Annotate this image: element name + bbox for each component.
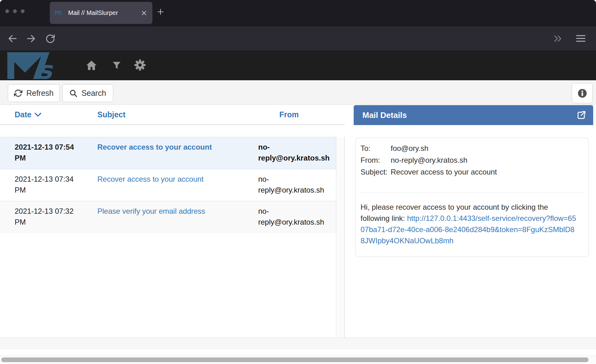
new-tab-icon[interactable] xyxy=(156,7,165,16)
search-button-label: Search xyxy=(81,89,106,98)
mailslurper-header xyxy=(0,50,596,80)
mail-list-row[interactable]: 2021-12-13 07:32 PM Please verify your e… xyxy=(0,201,336,233)
panel-divider xyxy=(344,137,345,338)
mail-row-from: no-reply@ory.kratos.sh xyxy=(258,137,336,169)
search-icon xyxy=(69,89,77,97)
window-close-dot[interactable] xyxy=(5,9,9,13)
mail-details-title: Mail Details xyxy=(362,110,576,120)
mail-row-subject: Recover access to your account xyxy=(97,169,258,201)
menu-hamburger-icon[interactable] xyxy=(576,35,585,42)
filter-icon[interactable] xyxy=(112,61,121,70)
back-arrow-icon[interactable] xyxy=(7,33,17,44)
mail-list-scrollbar-gutter[interactable] xyxy=(336,137,344,338)
browser-nav-bar: 127.0.0.1:4436/# 90% xyxy=(0,26,596,50)
refresh-button-label: Refresh xyxy=(26,89,54,98)
mail-list-rows: 2021-12-13 07:54 PM Recover access to yo… xyxy=(0,137,336,233)
mail-list-row[interactable]: 2021-12-13 07:34 PM Recover access to yo… xyxy=(0,169,336,201)
column-header-date-label: Date xyxy=(15,110,31,119)
tab-favicon-mailslurper-icon xyxy=(55,11,64,15)
to-value: foo@ory.sh xyxy=(391,142,584,154)
panel-footer-strip xyxy=(0,338,596,349)
mail-row-subject: Recover access to your account xyxy=(97,137,258,169)
horizontal-scrollbar-thumb[interactable] xyxy=(1,357,589,362)
column-header-subject[interactable]: Subject xyxy=(97,105,125,124)
from-value: no-reply@ory.kratos.sh xyxy=(391,154,584,166)
subject-value: Recover access to your account xyxy=(391,166,584,178)
mail-body: Hi, please recover access to your accoun… xyxy=(361,202,577,246)
external-link-icon[interactable] xyxy=(576,110,586,120)
mail-row-date: 2021-12-13 07:32 PM xyxy=(0,201,97,233)
mail-details-card: To: foo@ory.sh From: no-reply@ory.kratos… xyxy=(356,138,589,257)
browser-tab-bar: Mail // MailSlurper xyxy=(0,0,596,26)
mail-list-row[interactable]: 2021-12-13 07:54 PM Recover access to yo… xyxy=(0,137,336,169)
home-icon[interactable] xyxy=(86,60,97,71)
reload-icon[interactable] xyxy=(45,33,55,44)
gear-icon[interactable] xyxy=(134,59,146,71)
from-label: From: xyxy=(361,154,391,166)
detail-row-to: To: foo@ory.sh xyxy=(361,142,584,154)
refresh-icon xyxy=(14,89,22,97)
detail-row-from: From: no-reply@ory.kratos.sh xyxy=(361,154,584,166)
column-header-from[interactable]: From xyxy=(279,105,299,124)
forward-arrow-icon[interactable] xyxy=(26,33,37,44)
mail-subject-link[interactable]: Recover access to your account xyxy=(97,143,212,151)
app-toolbar: Refresh Search xyxy=(0,80,596,105)
column-header-subject-label: Subject xyxy=(97,110,125,119)
tab-title: Mail // MailSlurper xyxy=(68,9,141,16)
window-minimize-dot[interactable] xyxy=(13,9,17,13)
tab-close-icon[interactable] xyxy=(141,10,147,16)
mail-subject-link[interactable]: Please verify your email address xyxy=(97,207,205,215)
mail-list-header: Date Subject From xyxy=(0,105,345,125)
mail-row-from: no-reply@ory.kratos.sh xyxy=(258,201,336,233)
subject-label: Subject: xyxy=(361,166,391,178)
browser-tab[interactable]: Mail // MailSlurper xyxy=(50,2,152,24)
page-bottom-strip xyxy=(0,349,596,356)
info-circle-icon xyxy=(577,88,587,98)
mail-details-header: Mail Details xyxy=(354,105,593,125)
window-maximize-dot[interactable] xyxy=(21,9,25,13)
browser-window: Mail // MailSlurper xyxy=(0,0,596,364)
sort-down-chevron-icon xyxy=(35,113,41,117)
detail-row-subject: Subject: Recover access to your account xyxy=(361,166,584,178)
search-button[interactable]: Search xyxy=(62,84,113,102)
column-header-from-label: From xyxy=(279,110,299,119)
mail-row-date: 2021-12-13 07:34 PM xyxy=(0,169,97,201)
column-header-date[interactable]: Date xyxy=(15,105,41,124)
info-button[interactable] xyxy=(572,83,593,103)
mail-subject-link[interactable]: Recover access to your account xyxy=(97,175,204,183)
refresh-button[interactable]: Refresh xyxy=(8,84,60,102)
mail-row-date: 2021-12-13 07:54 PM xyxy=(0,137,97,169)
window-controls[interactable] xyxy=(5,9,25,13)
main-content: Date Subject From 2021-12-13 07:54 PM Re… xyxy=(0,105,596,338)
overflow-chevrons-icon[interactable] xyxy=(553,35,563,43)
mailslurper-logo xyxy=(7,52,67,79)
mail-row-from: no-reply@ory.kratos.sh xyxy=(258,169,336,201)
to-label: To: xyxy=(361,142,391,154)
details-divider xyxy=(361,192,584,193)
horizontal-scrollbar-track[interactable] xyxy=(0,356,596,364)
mail-row-subject: Please verify your email address xyxy=(97,201,258,233)
